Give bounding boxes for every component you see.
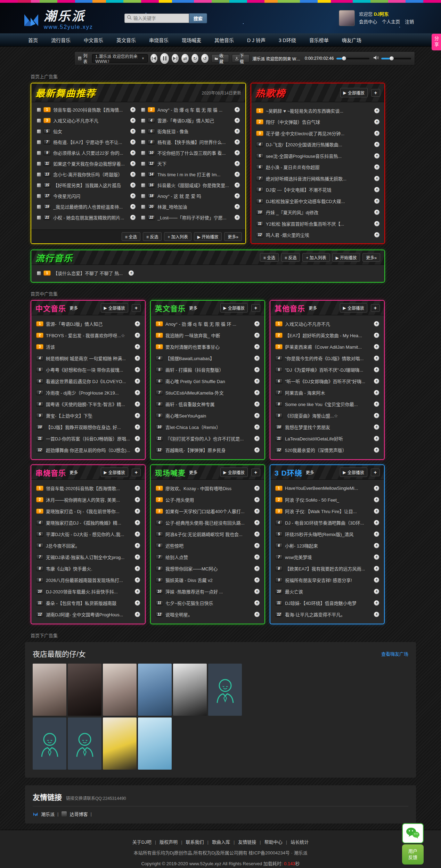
track-title[interactable]: 入戏又动心不凡亦不凡	[285, 321, 330, 327]
username[interactable]: DJ阿东	[374, 11, 389, 17]
add-track-button[interactable]: +	[374, 543, 379, 548]
add-track-button[interactable]: +	[135, 612, 140, 617]
footer-link[interactable]: 版权声明	[160, 839, 178, 845]
track-checkbox[interactable]	[37, 216, 41, 220]
track-title[interactable]: 公子-经典甩头使用-我已经没有回头路...	[165, 519, 245, 526]
feedback-button[interactable]: 用户 反馈	[402, 844, 424, 865]
member-photo-tile[interactable]	[33, 664, 66, 716]
add-track-button[interactable]: +	[135, 321, 140, 326]
add-track-button[interactable]: +	[254, 589, 260, 594]
add-track-button[interactable]: +	[374, 142, 379, 147]
track-checkbox[interactable]	[37, 140, 41, 144]
add-track-button[interactable]: +	[235, 107, 240, 112]
add-track-button[interactable]: +	[254, 321, 260, 326]
track-title[interactable]: DJ安 ---【中文电摇】不潮不花钱	[266, 186, 332, 193]
play-all-button[interactable]: ▶全部播放	[340, 468, 367, 477]
track-title[interactable]: 夏晓独家打造DJ -《孤独的晚婚》精...	[46, 519, 121, 526]
add-track-button[interactable]: +	[254, 436, 260, 441]
add-track-button[interactable]: +	[254, 612, 260, 617]
track-title[interactable]: 林澈_哈哈加油	[157, 203, 187, 210]
track-checkbox[interactable]	[141, 172, 145, 177]
add-track-button[interactable]: +	[254, 447, 260, 453]
track-title[interactable]: This time I m in the 打王者 Im...	[157, 171, 220, 178]
track-title[interactable]: 吉let-Chica Loca（Remix）	[165, 424, 221, 430]
add-track-button[interactable]: +	[254, 600, 260, 606]
track-title[interactable]: wsw完美梦境	[285, 554, 312, 560]
track-title[interactable]: 【欧美EA7】我有我要赶去的远方风雨...	[285, 565, 365, 572]
add-track-button[interactable]: +	[374, 577, 379, 583]
next-button[interactable]	[172, 54, 179, 63]
track-checkbox[interactable]	[37, 172, 41, 177]
add-all-button[interactable]: +	[371, 89, 380, 97]
add-all-button[interactable]: +	[251, 469, 260, 476]
track-title[interactable]: 如果有一天学校门口站着400个人暴打...	[165, 508, 245, 514]
track-title[interactable]: 【EA7】超好听的英文歌曲 - My Hea...	[285, 332, 362, 339]
track-title[interactable]: 我想带你回家——MC阿心	[165, 565, 218, 572]
track-title[interactable]: 丹妹 _『夏天的风』dj修改	[266, 209, 318, 216]
track-title[interactable]: 抖音最火《甜甜咸咸》你是微笑里...	[157, 182, 229, 188]
track-title[interactable]: 阿浪 子仪:SoMo - 50 Feet_	[285, 496, 339, 503]
track-title[interactable]: LaTevaDecisióIIGetaLife好听	[285, 435, 343, 442]
add-track-button[interactable]: +	[130, 107, 136, 112]
track-title[interactable]: 国粤语《天使的翅膀-下半生-智言》精...	[46, 401, 125, 407]
track-title[interactable]: 湖南DJ阿建- 全中文国粤语ProgHous...	[46, 611, 123, 618]
track-title[interactable]: "你是我今生的传奇《DJ版》情歌对唱...	[285, 355, 364, 362]
user-link[interactable]: 个人主页	[382, 19, 400, 24]
track-checkbox[interactable]	[37, 151, 41, 155]
track-title[interactable]: 无锡DJ承诺-独家私人订制全中文prog...	[46, 554, 124, 560]
track-title[interactable]: 街角抚泪 - 像鱼	[157, 128, 189, 135]
track-title[interactable]: Y2松松 独家首首好听合集百听不厌【...	[266, 220, 344, 227]
add-track-button[interactable]: +	[235, 139, 240, 145]
track-title[interactable]: 南心唯SeeYouAgain	[165, 412, 206, 419]
add-track-button[interactable]: +	[135, 532, 140, 537]
track-title[interactable]: 520我最亲爱的（深情男声版）	[285, 447, 347, 453]
add-track-button[interactable]: +	[135, 520, 140, 525]
track-title[interactable]: 廖效欢、Kozay - 中国有嘻哈Diss	[165, 485, 231, 492]
add-track-button[interactable]: +	[135, 390, 140, 395]
track-title[interactable]: 翔仔（中文弹鼓）告白气球	[266, 119, 320, 125]
add-track-button[interactable]: +	[374, 497, 379, 502]
add-track-button[interactable]: +	[130, 129, 136, 134]
track-title[interactable]: 萍妹 -热歌推荐还有一点好 ...	[165, 588, 223, 595]
add-track-button[interactable]: +	[254, 401, 260, 407]
footer-link[interactable]: 站长统计	[291, 839, 309, 845]
add-all-button[interactable]: +	[132, 304, 141, 312]
track-title[interactable]: _Lost——「祢玛子不好使」宁愿...	[157, 214, 227, 221]
loop-icon[interactable]: ↺	[201, 54, 209, 63]
add-track-button[interactable]: +	[254, 566, 260, 571]
add-track-button[interactable]: +	[374, 413, 379, 418]
nav-item[interactable]: 嗨友广场	[336, 36, 367, 43]
track-checkbox[interactable]	[141, 119, 145, 123]
member-photo-tile[interactable]	[138, 717, 172, 770]
add-track-button[interactable]: +	[374, 356, 379, 361]
volume-slider[interactable]	[381, 58, 411, 59]
add-all-button[interactable]: +	[371, 469, 380, 476]
track-title[interactable]: 2026八月份最新越南鼓首发现场热打...	[46, 577, 123, 583]
track-title[interactable]: 超劲爆舞曲 你还是从前的你吗（DJ想念)...	[46, 447, 130, 453]
track-title[interactable]: 我追随的 一味放弃我_ 中断	[165, 332, 220, 339]
select-all-button[interactable]: ≡ 全选	[260, 253, 279, 262]
add-all-button[interactable]: +	[132, 469, 141, 476]
progress-bar[interactable]	[336, 58, 369, 59]
track-checkbox[interactable]	[141, 140, 145, 144]
track-title[interactable]: 一首DJ-你的答案（抖音DJ畅销版）原唱...	[46, 435, 130, 442]
add-track-button[interactable]: +	[135, 436, 140, 441]
invert-select-button[interactable]: ≡ 反选	[281, 253, 300, 262]
add-track-button[interactable]: +	[130, 172, 136, 177]
track-title[interactable]: 活该	[46, 343, 55, 350]
add-track-button[interactable]: +	[374, 367, 379, 372]
track-checkbox[interactable]	[37, 183, 41, 187]
add-track-button[interactable]: +	[374, 436, 379, 441]
add-track-button[interactable]: +	[235, 204, 240, 209]
track-title[interactable]: see沈-全国语ProgHouse音乐抖音热...	[266, 153, 342, 159]
nav-item[interactable]: 现场喊麦	[176, 36, 207, 43]
track-title[interactable]: 【好听度另类】当我踏入这片孤岛	[53, 182, 121, 188]
track-title[interactable]: 说唱全明星。	[165, 611, 193, 618]
track-checkbox[interactable]	[141, 216, 145, 220]
nav-item[interactable]: 其他音乐	[209, 36, 240, 43]
member-photo-tile[interactable]	[68, 664, 101, 716]
track-title[interactable]: 给别人点赞	[165, 554, 188, 560]
volume-icon[interactable]	[374, 55, 379, 62]
nav-item[interactable]: 首页	[22, 36, 44, 43]
add-track-button[interactable]: +	[374, 187, 379, 192]
